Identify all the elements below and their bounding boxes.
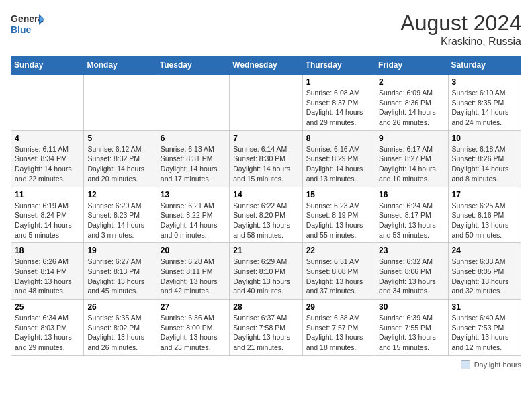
day-info: Sunrise: 6:40 AM Sunset: 7:53 PM Dayligh… <box>452 313 517 353</box>
calendar-cell: 7Sunrise: 6:14 AM Sunset: 8:30 PM Daylig… <box>230 130 302 187</box>
day-info: Sunrise: 6:08 AM Sunset: 8:37 PM Dayligh… <box>306 88 371 128</box>
location-title: Kraskino, Russia <box>400 36 521 48</box>
day-info: Sunrise: 6:27 AM Sunset: 8:13 PM Dayligh… <box>87 257 152 296</box>
weekday-header-wednesday: Wednesday <box>230 56 302 75</box>
day-info: Sunrise: 6:13 AM Sunset: 8:31 PM Dayligh… <box>161 144 226 184</box>
calendar-cell <box>84 75 157 131</box>
logo: GeneralBlue <box>11 11 44 38</box>
day-number: 26 <box>87 302 152 312</box>
day-info: Sunrise: 6:18 AM Sunset: 8:26 PM Dayligh… <box>452 144 517 184</box>
calendar-cell: 13Sunrise: 6:21 AM Sunset: 8:22 PM Dayli… <box>157 187 229 243</box>
calendar-cell: 29Sunrise: 6:38 AM Sunset: 7:57 PM Dayli… <box>302 300 375 356</box>
calendar-cell: 22Sunrise: 6:31 AM Sunset: 8:08 PM Dayli… <box>302 243 375 300</box>
logo-svg: GeneralBlue <box>11 11 44 38</box>
calendar-cell: 27Sunrise: 6:36 AM Sunset: 8:00 PM Dayli… <box>157 300 229 356</box>
calendar-week-row: 1Sunrise: 6:08 AM Sunset: 8:37 PM Daylig… <box>11 75 521 131</box>
calendar-cell: 19Sunrise: 6:27 AM Sunset: 8:13 PM Dayli… <box>84 243 157 300</box>
day-info: Sunrise: 6:22 AM Sunset: 8:20 PM Dayligh… <box>233 201 298 240</box>
calendar-cell: 28Sunrise: 6:37 AM Sunset: 7:58 PM Dayli… <box>230 300 302 356</box>
calendar-cell: 26Sunrise: 6:35 AM Sunset: 8:02 PM Dayli… <box>84 300 157 356</box>
calendar-cell: 24Sunrise: 6:33 AM Sunset: 8:05 PM Dayli… <box>448 243 521 300</box>
day-number: 30 <box>379 302 444 312</box>
calendar-cell: 31Sunrise: 6:40 AM Sunset: 7:53 PM Dayli… <box>448 300 521 356</box>
calendar-cell: 3Sunrise: 6:10 AM Sunset: 8:35 PM Daylig… <box>448 75 521 131</box>
day-info: Sunrise: 6:33 AM Sunset: 8:05 PM Dayligh… <box>452 257 517 296</box>
day-number: 28 <box>233 302 298 312</box>
legend-label: Daylight hours <box>474 361 521 369</box>
weekday-header-friday: Friday <box>375 56 448 75</box>
calendar-cell: 8Sunrise: 6:16 AM Sunset: 8:29 PM Daylig… <box>302 130 375 187</box>
day-info: Sunrise: 6:14 AM Sunset: 8:30 PM Dayligh… <box>233 144 298 184</box>
day-number: 15 <box>306 190 371 199</box>
calendar-cell: 18Sunrise: 6:26 AM Sunset: 8:14 PM Dayli… <box>11 243 84 300</box>
day-number: 19 <box>87 246 152 255</box>
day-number: 14 <box>233 190 298 199</box>
day-number: 2 <box>379 77 444 87</box>
day-number: 17 <box>452 190 517 199</box>
calendar-week-row: 25Sunrise: 6:34 AM Sunset: 8:03 PM Dayli… <box>11 300 521 356</box>
day-number: 7 <box>233 134 298 143</box>
day-number: 4 <box>15 134 80 143</box>
day-info: Sunrise: 6:12 AM Sunset: 8:32 PM Dayligh… <box>87 144 152 184</box>
day-number: 18 <box>15 246 80 255</box>
day-info: Sunrise: 6:38 AM Sunset: 7:57 PM Dayligh… <box>306 313 371 353</box>
legend-color-box <box>461 360 470 369</box>
calendar-cell: 23Sunrise: 6:32 AM Sunset: 8:06 PM Dayli… <box>375 243 448 300</box>
day-info: Sunrise: 6:29 AM Sunset: 8:10 PM Dayligh… <box>233 257 298 296</box>
weekday-header-thursday: Thursday <box>302 56 375 75</box>
day-info: Sunrise: 6:20 AM Sunset: 8:23 PM Dayligh… <box>87 201 152 240</box>
day-info: Sunrise: 6:35 AM Sunset: 8:02 PM Dayligh… <box>87 313 152 353</box>
day-info: Sunrise: 6:26 AM Sunset: 8:14 PM Dayligh… <box>15 257 80 296</box>
calendar-cell <box>157 75 229 131</box>
day-info: Sunrise: 6:21 AM Sunset: 8:22 PM Dayligh… <box>161 201 226 240</box>
day-number: 21 <box>233 246 298 255</box>
calendar-cell: 1Sunrise: 6:08 AM Sunset: 8:37 PM Daylig… <box>302 75 375 131</box>
weekday-header-monday: Monday <box>84 56 157 75</box>
day-number: 11 <box>15 190 80 199</box>
day-number: 9 <box>379 134 444 143</box>
day-number: 23 <box>379 246 444 255</box>
calendar-cell: 12Sunrise: 6:20 AM Sunset: 8:23 PM Dayli… <box>84 187 157 243</box>
calendar-cell: 16Sunrise: 6:24 AM Sunset: 8:17 PM Dayli… <box>375 187 448 243</box>
day-info: Sunrise: 6:36 AM Sunset: 8:00 PM Dayligh… <box>161 313 226 353</box>
calendar-week-row: 11Sunrise: 6:19 AM Sunset: 8:24 PM Dayli… <box>11 187 521 243</box>
calendar-cell: 9Sunrise: 6:17 AM Sunset: 8:27 PM Daylig… <box>375 130 448 187</box>
day-number: 27 <box>161 302 226 312</box>
day-number: 13 <box>161 190 226 199</box>
calendar-cell: 15Sunrise: 6:23 AM Sunset: 8:19 PM Dayli… <box>302 187 375 243</box>
day-info: Sunrise: 6:28 AM Sunset: 8:11 PM Dayligh… <box>161 257 226 296</box>
day-number: 5 <box>87 134 152 143</box>
calendar-cell <box>230 75 302 131</box>
day-info: Sunrise: 6:37 AM Sunset: 7:58 PM Dayligh… <box>233 313 298 353</box>
day-number: 25 <box>15 302 80 312</box>
title-block: August 2024 Kraskino, Russia <box>400 11 521 48</box>
svg-text:Blue: Blue <box>11 24 32 35</box>
page-header: GeneralBlue August 2024 Kraskino, Russia <box>11 11 521 48</box>
day-number: 1 <box>306 77 371 87</box>
day-number: 20 <box>161 246 226 255</box>
day-number: 10 <box>452 134 517 143</box>
calendar-cell: 14Sunrise: 6:22 AM Sunset: 8:20 PM Dayli… <box>230 187 302 243</box>
calendar-cell: 25Sunrise: 6:34 AM Sunset: 8:03 PM Dayli… <box>11 300 84 356</box>
calendar-cell: 11Sunrise: 6:19 AM Sunset: 8:24 PM Dayli… <box>11 187 84 243</box>
calendar-cell <box>11 75 84 131</box>
day-number: 31 <box>452 302 517 312</box>
day-info: Sunrise: 6:32 AM Sunset: 8:06 PM Dayligh… <box>379 257 444 296</box>
day-info: Sunrise: 6:17 AM Sunset: 8:27 PM Dayligh… <box>379 144 444 184</box>
day-number: 22 <box>306 246 371 255</box>
calendar-cell: 30Sunrise: 6:39 AM Sunset: 7:55 PM Dayli… <box>375 300 448 356</box>
calendar-cell: 6Sunrise: 6:13 AM Sunset: 8:31 PM Daylig… <box>157 130 229 187</box>
calendar-cell: 2Sunrise: 6:09 AM Sunset: 8:36 PM Daylig… <box>375 75 448 131</box>
day-info: Sunrise: 6:16 AM Sunset: 8:29 PM Dayligh… <box>306 144 371 184</box>
calendar-cell: 20Sunrise: 6:28 AM Sunset: 8:11 PM Dayli… <box>157 243 229 300</box>
daylight-legend: Daylight hours <box>461 360 521 369</box>
weekday-header-saturday: Saturday <box>448 56 521 75</box>
calendar-cell: 5Sunrise: 6:12 AM Sunset: 8:32 PM Daylig… <box>84 130 157 187</box>
day-number: 16 <box>379 190 444 199</box>
calendar-cell: 4Sunrise: 6:11 AM Sunset: 8:34 PM Daylig… <box>11 130 84 187</box>
day-number: 12 <box>87 190 152 199</box>
day-info: Sunrise: 6:34 AM Sunset: 8:03 PM Dayligh… <box>15 313 80 353</box>
calendar-table: SundayMondayTuesdayWednesdayThursdayFrid… <box>11 56 521 356</box>
calendar-cell: 21Sunrise: 6:29 AM Sunset: 8:10 PM Dayli… <box>230 243 302 300</box>
day-info: Sunrise: 6:39 AM Sunset: 7:55 PM Dayligh… <box>379 313 444 353</box>
